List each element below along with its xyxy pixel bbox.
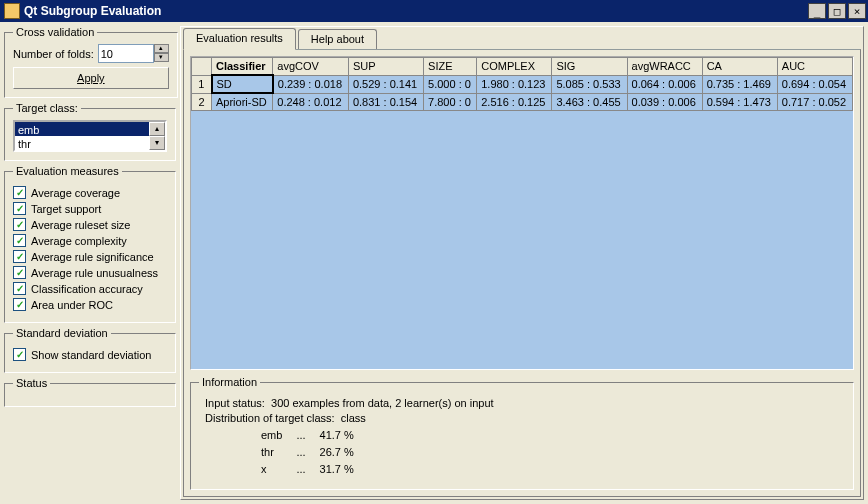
table-cell[interactable]: 0.239 : 0.018 (273, 75, 349, 93)
table-cell[interactable]: 0.039 : 0.006 (627, 93, 702, 111)
table-cell[interactable]: 5.000 : 0 (424, 75, 477, 93)
list-item[interactable]: thr (15, 136, 149, 150)
table-cell[interactable]: Apriori-SD (212, 93, 273, 111)
list-scrollbar[interactable]: ▴ ▾ (149, 122, 165, 150)
table-cell[interactable]: SD (212, 75, 273, 93)
table-cell[interactable]: 7.800 : 0 (424, 93, 477, 111)
row-number[interactable]: 1 (192, 75, 212, 93)
app-icon (4, 3, 20, 19)
measure-label: Average ruleset size (31, 219, 130, 231)
stddev-checkbox[interactable]: ✓ (13, 348, 26, 361)
folds-label: Number of folds: (13, 48, 94, 60)
target-class-group: Target class: emb thr ▴ ▾ (4, 102, 176, 161)
folds-input[interactable] (98, 44, 154, 63)
measure-checkbox[interactable]: ✓ (13, 186, 26, 199)
stddev-label: Show standard deviation (31, 349, 151, 361)
tab-help[interactable]: Help about (298, 29, 377, 49)
table-cell[interactable]: 0.248 : 0.012 (273, 93, 349, 111)
measure-label: Average coverage (31, 187, 120, 199)
column-header[interactable]: CA (702, 58, 777, 76)
stddev-group: Standard deviation ✓ Show standard devia… (4, 327, 176, 373)
measure-checkbox[interactable]: ✓ (13, 234, 26, 247)
scroll-up-icon[interactable]: ▴ (149, 122, 165, 136)
dist-name: emb (261, 428, 294, 443)
minimize-button[interactable]: _ (808, 3, 826, 19)
table-cell[interactable]: 3.463 : 0.455 (552, 93, 627, 111)
measure-checkbox[interactable]: ✓ (13, 202, 26, 215)
input-status-value: 300 examples from data, 2 learner(s) on … (271, 397, 494, 409)
measure-checkbox[interactable]: ✓ (13, 266, 26, 279)
cross-validation-legend: Cross validation (13, 26, 97, 38)
table-corner (192, 58, 212, 76)
table-cell[interactable]: 0.064 : 0.006 (627, 75, 702, 93)
table-cell[interactable]: 0.831 : 0.154 (348, 93, 423, 111)
table-cell[interactable]: 5.085 : 0.533 (552, 75, 627, 93)
target-class-list[interactable]: emb thr ▴ ▾ (13, 120, 167, 152)
list-item[interactable]: emb (15, 122, 149, 136)
measure-label: Classification accuracy (31, 283, 143, 295)
folds-spin-up[interactable]: ▴ (154, 44, 169, 53)
column-header[interactable]: AUC (777, 58, 852, 76)
dist-target: class (341, 412, 366, 424)
information-legend: Information (199, 376, 260, 388)
column-header[interactable]: SIZE (424, 58, 477, 76)
table-cell[interactable]: 0.529 : 0.141 (348, 75, 423, 93)
measure-label: Area under ROC (31, 299, 113, 311)
table-row: 2Apriori-SD0.248 : 0.0120.831 : 0.1547.8… (192, 93, 853, 111)
column-header[interactable]: COMPLEX (477, 58, 552, 76)
column-header[interactable]: avgCOV (273, 58, 349, 76)
cross-validation-group: Cross validation Number of folds: ▴ ▾ Ap… (4, 26, 178, 98)
row-number[interactable]: 2 (192, 93, 212, 111)
table-cell[interactable]: 0.735 : 1.469 (702, 75, 777, 93)
target-class-legend: Target class: (13, 102, 81, 114)
results-table-wrap: ClassifieravgCOVSUPSIZECOMPLEXSIGavgWRAC… (190, 56, 854, 370)
folds-spin-down[interactable]: ▾ (154, 53, 169, 62)
window-title: Qt Subgroup Evaluation (24, 4, 808, 18)
measure-label: Average complexity (31, 235, 127, 247)
stddev-legend: Standard deviation (13, 327, 111, 339)
apply-button[interactable]: Apply (13, 67, 169, 89)
column-header[interactable]: Classifier (212, 58, 273, 76)
scroll-down-icon[interactable]: ▾ (149, 136, 165, 150)
tab-results[interactable]: Evaluation results (183, 28, 296, 50)
dist-pct: 31.7 % (320, 462, 366, 477)
measure-checkbox[interactable]: ✓ (13, 218, 26, 231)
table-cell[interactable]: 1.980 : 0.123 (477, 75, 552, 93)
dist-name: thr (261, 445, 294, 460)
dist-name: x (261, 462, 294, 477)
table-cell[interactable]: 0.694 : 0.054 (777, 75, 852, 93)
information-group: Information Input status: 300 examples f… (190, 376, 854, 490)
measures-group: Evaluation measures ✓Average coverage✓Ta… (4, 165, 176, 323)
status-group: Status (4, 377, 176, 407)
input-status-label: Input status: (205, 397, 265, 409)
measure-checkbox[interactable]: ✓ (13, 298, 26, 311)
dist-pct: 26.7 % (320, 445, 366, 460)
measure-label: Target support (31, 203, 101, 215)
measure-label: Average rule significance (31, 251, 154, 263)
dist-pct: 41.7 % (320, 428, 366, 443)
column-header[interactable]: SUP (348, 58, 423, 76)
column-header[interactable]: avgWRACC (627, 58, 702, 76)
results-table: ClassifieravgCOVSUPSIZECOMPLEXSIGavgWRAC… (191, 57, 853, 111)
status-legend: Status (13, 377, 50, 389)
measure-checkbox[interactable]: ✓ (13, 282, 26, 295)
dist-label: Distribution of target class: (205, 412, 335, 424)
measure-checkbox[interactable]: ✓ (13, 250, 26, 263)
table-row: 1SD0.239 : 0.0180.529 : 0.1415.000 : 01.… (192, 75, 853, 93)
distribution-table: emb...41.7 %thr...26.7 %x...31.7 % (259, 426, 368, 479)
table-cell[interactable]: 0.594 : 1.473 (702, 93, 777, 111)
close-button[interactable]: × (848, 3, 866, 19)
maximize-button[interactable]: □ (828, 3, 846, 19)
measures-legend: Evaluation measures (13, 165, 122, 177)
table-cell[interactable]: 2.516 : 0.125 (477, 93, 552, 111)
table-cell[interactable]: 0.717 : 0.052 (777, 93, 852, 111)
measure-label: Average rule unusualness (31, 267, 158, 279)
column-header[interactable]: SIG (552, 58, 627, 76)
